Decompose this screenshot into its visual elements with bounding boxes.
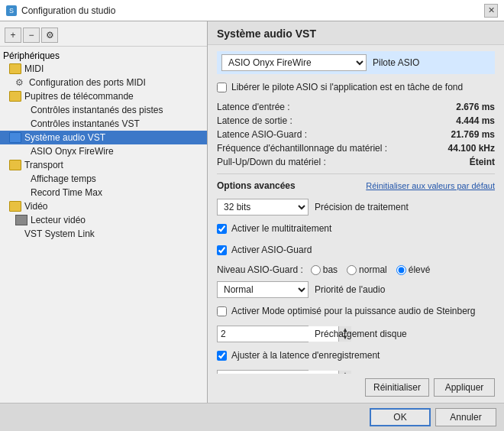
annuler-button[interactable]: Annuler xyxy=(435,408,496,426)
divider xyxy=(217,173,495,174)
sidebar: + − ⚙ Périphériques MIDI ⚙ Configuration… xyxy=(0,21,208,403)
asio-guard-checkbox[interactable] xyxy=(217,245,227,255)
precision-select[interactable]: 16 bits24 bits32 bits xyxy=(217,199,309,216)
radio-bas-input[interactable] xyxy=(311,265,321,275)
radio-eleve: élevé xyxy=(396,264,431,275)
sidebar-item-controles-vst[interactable]: Contrôles instantanés VST xyxy=(0,117,207,131)
latence-entree-value: 2.676 ms xyxy=(456,102,495,112)
folder-icon-video xyxy=(9,201,21,212)
sidebar-item-record-time-max[interactable]: Record Time Max xyxy=(0,186,207,199)
pull-up-down-row: Pull-Up/Down du matériel : Éteint xyxy=(217,157,495,167)
asio-row: ASIO Onyx FireWire Pilote ASIO xyxy=(217,51,495,74)
ajuster-latence-label: Ajuster à la latence d'enregistrement xyxy=(231,350,380,361)
sidebar-item-affichage-temps[interactable]: Affichage temps xyxy=(0,172,207,186)
niveau-asio-guard-row: Niveau ASIO-Guard : bas normal élevé xyxy=(217,264,495,275)
precision-label: Précision de traitement xyxy=(315,202,409,212)
frequence-label: Fréquence d'échantillonnage du matériel … xyxy=(217,143,387,154)
sidebar-item-controles-pistes[interactable]: Contrôles instantanés des pistes xyxy=(0,103,207,117)
latence-asio-guard-label: Latence ASIO-Guard : xyxy=(217,129,307,140)
reinitialiser-valeurs-link[interactable]: Réinitialiser aux valeurs par défaut xyxy=(366,181,495,190)
prechargement-row: ▲ ▼ Préchargement disque xyxy=(217,326,495,342)
radio-bas: bas xyxy=(311,264,338,275)
sidebar-item-vst-system-link[interactable]: VST System Link xyxy=(0,227,207,241)
sidebar-item-midi[interactable]: MIDI xyxy=(0,62,207,76)
sidebar-item-systeme-audio-vst[interactable]: Système audio VST xyxy=(0,131,207,144)
sidebar-item-asio-onyx-label: ASIO Onyx FireWire xyxy=(31,146,114,157)
latence-sortie-row: Latence de sortie : 4.444 ms xyxy=(217,115,495,126)
sidebar-item-controles-vst-label: Contrôles instantanés VST xyxy=(31,118,140,129)
prechargement-spinner: ▲ ▼ xyxy=(217,326,309,342)
title-bar: S Configuration du studio ✕ xyxy=(0,0,504,21)
mode-optimise-checkbox[interactable] xyxy=(217,306,227,316)
sidebar-item-record-time-max-label: Record Time Max xyxy=(31,187,102,198)
mode-optimise-label: Activer Mode optimisé pour la puissance … xyxy=(231,306,476,316)
window-icon: S xyxy=(6,5,17,16)
latence-entree-row: Latence d'entrée : 2.676 ms xyxy=(217,102,495,112)
appliquer-button[interactable]: Appliquer xyxy=(434,378,495,397)
sidebar-item-midi-label: MIDI xyxy=(24,63,44,74)
precision-row: 16 bits24 bits32 bits Précision de trait… xyxy=(217,199,495,216)
multitraitement-label: Activer le multitraitement xyxy=(231,223,331,234)
right-panel: Système audio VST ASIO Onyx FireWire Pil… xyxy=(208,21,504,403)
liberer-checkbox-row: Libérer le pilote ASIO si l'application … xyxy=(217,80,495,94)
liberer-checkbox[interactable] xyxy=(217,83,227,92)
multitraitement-checkbox[interactable] xyxy=(217,224,227,234)
sidebar-item-systeme-audio-vst-label: Système audio VST xyxy=(24,132,105,143)
bottom-bar: OK Annuler xyxy=(0,403,504,431)
pull-up-down-label: Pull-Up/Down du matériel : xyxy=(217,157,326,167)
close-button[interactable]: ✕ xyxy=(484,4,498,18)
radio-eleve-input[interactable] xyxy=(396,265,406,275)
frequence-value: 44.100 kHz xyxy=(448,143,495,154)
mode-optimise-row: Activer Mode optimisé pour la puissance … xyxy=(217,304,495,318)
asio-driver-select[interactable]: ASIO Onyx FireWire xyxy=(221,54,367,71)
ok-button[interactable]: OK xyxy=(370,408,431,426)
folder-icon xyxy=(9,63,21,74)
liberer-label: Libérer le pilote ASIO si l'application … xyxy=(231,82,463,92)
add-button[interactable]: + xyxy=(5,28,21,43)
priorite-select[interactable]: NormalHauteTemps réel xyxy=(217,281,309,298)
sidebar-item-affichage-temps-label: Affichage temps xyxy=(31,173,96,184)
sidebar-toolbar: + − ⚙ xyxy=(0,24,207,47)
peripheriques-label: Périphériques xyxy=(0,50,207,62)
radio-bas-label: bas xyxy=(323,264,338,275)
radio-eleve-label: élevé xyxy=(409,264,431,275)
asio-guard-label: Activer ASIO-Guard xyxy=(231,245,312,255)
latence-asio-guard-value: 21.769 ms xyxy=(451,129,495,140)
sidebar-item-controles-pistes-label: Contrôles instantanés des pistes xyxy=(31,105,163,115)
folder-icon-transport xyxy=(9,160,21,170)
priorite-label: Priorité de l'audio xyxy=(315,284,385,295)
sidebar-item-lecteur-video[interactable]: Lecteur vidéo xyxy=(0,213,207,227)
radio-normal-input[interactable] xyxy=(347,265,357,275)
asio-pilote-label: Pilote ASIO xyxy=(373,57,419,68)
latence-sortie-label: Latence de sortie : xyxy=(217,115,292,126)
radio-normal: normal xyxy=(347,264,387,275)
latence-asio-guard-row: Latence ASIO-Guard : 21.769 ms xyxy=(217,129,495,140)
prechargement-label: Préchargement disque xyxy=(315,329,407,339)
sidebar-item-video[interactable]: Vidéo xyxy=(0,199,207,213)
panel-bottom-bar: Réinitialiser Appliquer xyxy=(208,374,504,403)
remove-button[interactable]: − xyxy=(23,28,40,43)
multitraitement-row: Activer le multitraitement xyxy=(217,222,495,235)
panel-body: ASIO Onyx FireWire Pilote ASIO Libérer l… xyxy=(208,45,504,374)
options-avancees-label: Options avancées xyxy=(217,180,296,191)
gear-icon: ⚙ xyxy=(15,77,26,88)
frequence-row: Fréquence d'échantillonnage du matériel … xyxy=(217,143,495,154)
latence-sortie-value: 4.444 ms xyxy=(456,115,495,126)
monitor-icon xyxy=(15,215,27,225)
reinitialiser-button[interactable]: Réinitialiser xyxy=(365,378,429,397)
pull-up-down-value: Éteint xyxy=(470,157,495,167)
sidebar-item-asio-onyx[interactable]: ASIO Onyx FireWire xyxy=(0,144,207,158)
ajuster-latence-checkbox[interactable] xyxy=(217,351,227,361)
sidebar-item-midi-ports[interactable]: ⚙ Configuration des ports MIDI xyxy=(0,76,207,89)
niveau-asio-guard-label: Niveau ASIO-Guard : xyxy=(217,264,303,275)
vst-icon xyxy=(9,132,21,143)
options-avancees-row: Options avancées Réinitialiser aux valeu… xyxy=(217,180,495,191)
settings-button[interactable]: ⚙ xyxy=(41,28,58,43)
window-title: Configuration du studio xyxy=(21,5,115,16)
sidebar-item-vst-system-link-label: VST System Link xyxy=(24,228,95,239)
sidebar-item-telecommande[interactable]: Pupitres de télécommande xyxy=(0,89,207,103)
sidebar-item-transport[interactable]: Transport xyxy=(0,158,207,172)
sidebar-item-telecommande-label: Pupitres de télécommande xyxy=(24,91,134,102)
radio-normal-label: normal xyxy=(359,264,387,275)
priorite-row: NormalHauteTemps réel Priorité de l'audi… xyxy=(217,281,495,298)
